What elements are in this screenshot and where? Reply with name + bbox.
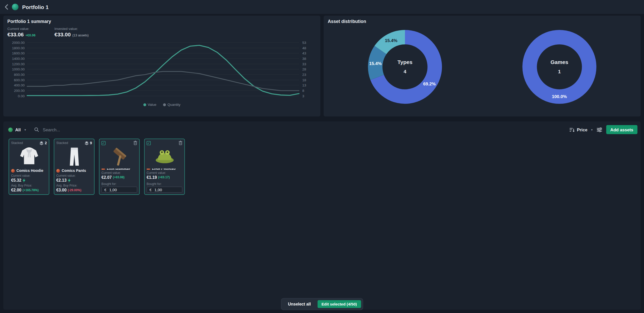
stack-count: 9: [85, 141, 92, 145]
invested-value: €33.00: [55, 31, 71, 38]
svg-text:28: 28: [302, 67, 306, 71]
value-quantity-line-chart: 2000.00531800.00481600.00431400.00381200…: [7, 38, 316, 100]
games-donut-chart: 100.0%: [521, 29, 598, 105]
back-button[interactable]: [5, 4, 8, 10]
asset-current-value: €1.19: [147, 175, 157, 180]
asset-current-value: €2.13: [56, 178, 67, 182]
stack-count: 2: [40, 141, 47, 145]
game-icon: [11, 169, 15, 172]
bought-for-field: €: [102, 187, 137, 193]
asset-card-fish-hammer[interactable]: ✓ Fish Hammer Current value: €2.07 (+€0.…: [99, 139, 140, 195]
asset-card-comics-pants[interactable]: Stacked 9 Comics Pants Current value: €2…: [54, 139, 94, 195]
chart-legend: Value Quantity: [7, 102, 316, 107]
app-viewport: Portfolio 1 Portfolio 1 summary Current …: [0, 0, 644, 313]
search-box: [34, 127, 142, 132]
types-donut: 69.2%15.4%15.4% Types 4: [367, 29, 443, 105]
asset-count: (13 assets): [72, 34, 89, 37]
filter-button[interactable]: [596, 126, 603, 133]
donut-charts: 69.2%15.4%15.4% Types 4 100.0% Games 1: [328, 29, 637, 105]
current-value-change: (+€0.98): [113, 175, 125, 179]
assets-panel: All ▾ Price ▾ Add assets Stacked: [3, 121, 641, 309]
delete-asset-button[interactable]: [179, 141, 182, 145]
stacked-badge: Stacked: [11, 141, 23, 145]
asset-image-hammer: [102, 146, 137, 168]
search-icon: [34, 127, 39, 132]
asset-avg-buy-price: €2.00: [11, 188, 21, 192]
edit-selected-button[interactable]: Edit selected (4/50): [317, 300, 361, 308]
asset-image-hoodie: [11, 146, 47, 168]
svg-text:0.00: 0.00: [18, 94, 25, 98]
asset-image-pants: [56, 146, 92, 168]
svg-text:15.4%: 15.4%: [385, 38, 397, 43]
value-legend-dot: [143, 103, 146, 106]
current-value-stat: Current value: €33.06 +€0.06: [7, 27, 36, 38]
svg-text:1800.00: 1800.00: [12, 46, 25, 50]
current-value-change: (+€0.17): [158, 175, 170, 179]
current-value-change: +€0.06: [25, 34, 35, 37]
summary-title: Portfolio 1 summary: [7, 19, 316, 24]
svg-text:200.00: 200.00: [14, 89, 25, 93]
svg-text:8: 8: [302, 89, 304, 93]
avg-buy-change: (-29.00%): [68, 188, 81, 192]
topbar: Portfolio 1: [0, 0, 644, 14]
summary-stats: Current value: €33.06 +€0.06 Invested va…: [7, 27, 316, 38]
add-assets-button[interactable]: Add assets: [606, 125, 638, 134]
game-filter-select[interactable]: All ▾: [6, 125, 27, 134]
chevron-down-icon: ▾: [591, 128, 593, 131]
svg-text:2000.00: 2000.00: [12, 41, 25, 45]
svg-text:53: 53: [302, 41, 306, 45]
svg-text:3: 3: [302, 94, 304, 98]
portfolio-avatar: [12, 4, 18, 10]
svg-text:33: 33: [302, 62, 306, 66]
overview-panels: Portfolio 1 summary Current value: €33.0…: [0, 14, 644, 116]
search-input[interactable]: [42, 127, 142, 132]
page-title: Portfolio 1: [22, 4, 49, 10]
asset-name: Comics Hoodie: [17, 168, 43, 173]
summary-panel: Portfolio 1 summary Current value: €33.0…: [3, 15, 320, 116]
svg-text:1000.00: 1000.00: [12, 67, 25, 71]
trash-icon: [134, 141, 137, 145]
svg-text:100.0%: 100.0%: [552, 94, 567, 99]
bolt-icon: [68, 178, 71, 182]
asset-cards: Stacked 2 Comics Hoodie Current value: €…: [6, 134, 637, 199]
asset-image-frog-hat: [147, 146, 182, 168]
currency-symbol: €: [149, 188, 151, 192]
svg-text:38: 38: [302, 57, 306, 61]
svg-text:600.00: 600.00: [14, 78, 25, 82]
bought-for-input[interactable]: [154, 187, 179, 192]
game-icon: [56, 169, 60, 172]
delete-asset-button[interactable]: [134, 141, 137, 145]
svg-text:18: 18: [302, 78, 306, 82]
svg-text:800.00: 800.00: [14, 73, 25, 77]
bought-for-field: €: [147, 187, 182, 193]
asset-card-comics-hoodie[interactable]: Stacked 2 Comics Hoodie Current value: €…: [9, 139, 49, 195]
legend-item-quantity: Quantity: [163, 102, 180, 107]
svg-text:1200.00: 1200.00: [12, 62, 25, 66]
select-checkbox[interactable]: ✓: [102, 141, 106, 145]
bought-for-input[interactable]: [109, 187, 134, 192]
current-value: €33.06: [7, 31, 24, 38]
asset-name: Fish Hammer: [107, 168, 130, 170]
svg-text:48: 48: [302, 46, 306, 50]
invested-value-stat: Invested value: €33.00 (13 assets): [55, 27, 89, 38]
assets-toolbar: All ▾ Price ▾ Add assets: [6, 125, 637, 134]
asset-current-value: €2.07: [102, 175, 112, 180]
avg-buy-change: (+165.78%): [22, 188, 39, 192]
sliders-icon: [597, 127, 602, 132]
svg-text:1400.00: 1400.00: [12, 57, 25, 61]
asset-card-frog-boonie[interactable]: ✓ Frog Cosplay Boonie … Current value: €…: [144, 139, 185, 195]
asset-current-value: €5.32: [11, 178, 21, 182]
layers-icon: [85, 141, 89, 145]
svg-text:15.4%: 15.4%: [369, 61, 382, 66]
stacked-badge: Stacked: [56, 141, 68, 145]
legend-item-value: Value: [143, 102, 156, 107]
unselect-all-button[interactable]: Unselect all: [283, 300, 316, 308]
asset-avg-buy-price: €3.00: [56, 188, 67, 192]
layers-icon: [40, 141, 44, 145]
svg-text:13: 13: [302, 83, 306, 87]
portfolio-app: Portfolio 1 Portfolio 1 summary Current …: [0, 0, 644, 313]
sort-select[interactable]: Price ▾: [569, 127, 593, 132]
select-checkbox[interactable]: ✓: [147, 141, 151, 145]
sort-icon: [569, 127, 574, 132]
trash-icon: [179, 141, 182, 145]
